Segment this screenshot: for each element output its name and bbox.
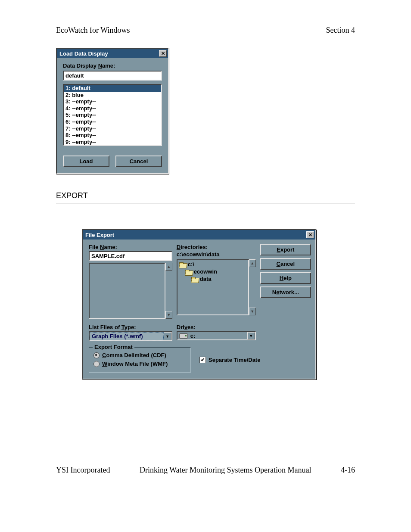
page-header: EcoWatch for Windows Section 4 <box>56 26 355 35</box>
load-button[interactable]: Load <box>63 156 109 167</box>
footer-mid: Drinking Water Monitoring Systems Operat… <box>140 466 311 475</box>
radio-wmf[interactable]: Window Meta File (WMF) <box>93 360 186 368</box>
close-icon[interactable]: ✕ <box>306 231 314 238</box>
dialog-title: Load Data Display <box>59 50 108 57</box>
folder-open-icon <box>191 277 198 282</box>
export-button[interactable]: Export <box>260 244 311 255</box>
export-heading: EXPORT <box>56 191 355 200</box>
folder-open-icon <box>179 262 186 268</box>
filetype-label: List Files of Type: <box>89 324 172 330</box>
scroll-up-icon[interactable]: ▲ <box>249 259 256 267</box>
filename-input[interactable]: SAMPLE.cdf <box>89 251 172 261</box>
list-item[interactable]: 1: default <box>64 85 161 92</box>
load-data-display-dialog: Load Data Display ✕ Data Display Name: d… <box>56 48 169 174</box>
dialog-title: File Export <box>85 232 114 238</box>
group-legend: Export Format <box>93 344 134 350</box>
export-format-group: Export Format Comma Delimited (CDF) Wind… <box>89 347 191 373</box>
file-export-dialog: File Export ✕ File Name: SAMPLE.cdf ▲ ▼ <box>82 229 316 380</box>
filename-label: File Name: <box>89 244 172 250</box>
list-item[interactable]: 7: --empty-- <box>64 125 161 132</box>
scroll-down-icon[interactable]: ▼ <box>249 308 256 315</box>
filetype-combo[interactable]: Graph Files (*.wmf) ▼ <box>89 331 172 341</box>
network-button[interactable]: Network... <box>260 286 311 298</box>
checkbox-icon: ✔ <box>199 357 206 363</box>
list-item[interactable]: 5: --empty-- <box>64 112 161 118</box>
header-left: EcoWatch for Windows <box>56 26 130 35</box>
list-item[interactable]: 3: --empty-- <box>64 98 161 105</box>
tree-root[interactable]: c:\ <box>179 261 246 268</box>
header-right: Section 4 <box>326 26 355 35</box>
name-label: Data Display Name: <box>63 62 162 69</box>
radio-icon <box>93 361 100 367</box>
display-listbox[interactable]: 1: default2: blue3: --empty--4: --empty-… <box>63 84 162 146</box>
heading-underline <box>56 203 355 203</box>
help-button[interactable]: Help <box>260 272 311 284</box>
footer-left: YSI Incorporated <box>56 466 110 475</box>
close-icon[interactable]: ✕ <box>159 50 167 57</box>
separate-time-date-checkbox[interactable]: ✔ Separate Time/Date <box>199 347 260 373</box>
directory-tree[interactable]: c:\ ecowwin data ▲ ▼ <box>177 259 256 315</box>
dialog-titlebar: File Export ✕ <box>83 230 315 240</box>
directory-path: c:\ecowwin\data <box>177 251 256 258</box>
scroll-up-icon[interactable]: ▲ <box>165 263 172 271</box>
drives-label: Drives: <box>177 324 256 330</box>
dialog-titlebar: Load Data Display ✕ <box>57 49 168 58</box>
tree-item[interactable]: data <box>179 276 246 283</box>
scrollbar[interactable]: ▲ ▼ <box>249 259 256 315</box>
radio-icon <box>93 352 100 358</box>
page-footer: YSI Incorporated Drinking Water Monitori… <box>56 466 355 475</box>
list-item[interactable]: 4: --empty-- <box>64 105 161 112</box>
list-item[interactable]: 6: --empty-- <box>64 118 161 125</box>
drive-icon <box>179 333 188 339</box>
list-item[interactable]: 8: --empty-- <box>64 132 161 139</box>
list-item[interactable]: 2: blue <box>64 92 161 99</box>
scrollbar[interactable]: ▲ ▼ <box>165 263 172 319</box>
cancel-button[interactable]: Cancel <box>115 156 162 167</box>
directories-label: Directories: <box>177 244 256 250</box>
tree-item[interactable]: ecowwin <box>179 268 246 276</box>
name-input[interactable]: default <box>63 71 162 81</box>
chevron-down-icon[interactable]: ▼ <box>247 332 255 339</box>
list-item[interactable]: 9: --empty-- <box>64 139 161 146</box>
chevron-down-icon[interactable]: ▼ <box>164 332 171 340</box>
drives-combo[interactable]: c: ▼ <box>177 331 256 340</box>
cancel-button[interactable]: Cancel <box>260 258 311 270</box>
scroll-down-icon[interactable]: ▼ <box>165 311 172 319</box>
file-list[interactable]: ▲ ▼ <box>89 263 172 319</box>
footer-right: 4-16 <box>341 466 355 475</box>
folder-open-icon <box>185 270 192 275</box>
radio-cdf[interactable]: Comma Delimited (CDF) <box>93 351 186 360</box>
